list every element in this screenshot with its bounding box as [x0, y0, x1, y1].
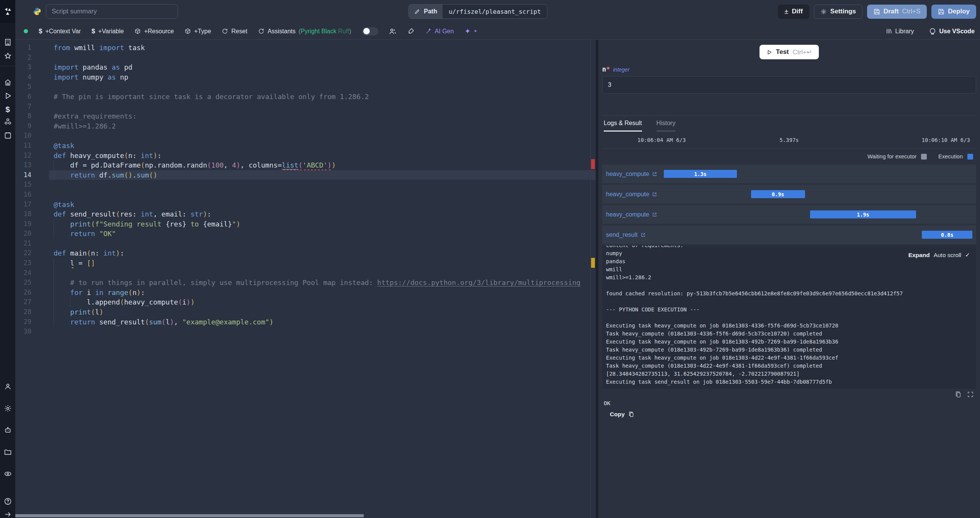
editor-toggle[interactable]	[362, 27, 378, 36]
autoscroll-toggle[interactable]: Auto scroll	[934, 252, 961, 259]
sparkles-icon[interactable]: ✦✦	[464, 27, 477, 36]
code-line[interactable]: 9#wmill>=1.286.2	[15, 121, 596, 131]
code-line[interactable]: 14 return df.sum().sum()	[15, 170, 596, 180]
line-content: print(l)	[49, 307, 596, 317]
code-line[interactable]: 28 print(l)	[15, 307, 596, 317]
line-number: 30	[15, 327, 31, 337]
code-line[interactable]: 11@task	[15, 141, 596, 151]
draft-button[interactable]: DraftCtrl+S	[867, 5, 927, 19]
code-line[interactable]: 20 return "OK"	[15, 229, 596, 239]
copy-result-button[interactable]: Copy	[602, 411, 976, 418]
pane-splitter[interactable]	[596, 40, 598, 518]
add-resource-button[interactable]: +Resource	[134, 28, 174, 35]
code-line[interactable]: 6# The pin is important since task is a …	[15, 92, 596, 102]
ai-gen-button[interactable]: AI Gen	[425, 28, 454, 35]
save-icon	[938, 8, 944, 15]
code-line[interactable]: 18def send_result(res: int, email: str):	[15, 209, 596, 219]
diff-button[interactable]: ±Diff	[778, 5, 809, 19]
help-icon[interactable]	[0, 497, 15, 505]
path-chip[interactable]: Path u/rfiszel/pleasant_script	[408, 4, 547, 19]
code-line[interactable]: 8#extra_requirements:	[15, 111, 596, 121]
code-line[interactable]: 3import pandas as pd	[15, 62, 596, 72]
fullscreen-icon[interactable]	[967, 391, 974, 398]
duration-bar: 0.8s	[922, 231, 972, 239]
code-line[interactable]: 24	[15, 268, 596, 278]
line-content: return df.sum().sum()	[49, 170, 596, 180]
variables-dollar-icon[interactable]: $	[0, 105, 15, 114]
overview-ruler[interactable]	[590, 40, 596, 518]
code-line[interactable]: 16	[15, 190, 596, 200]
home-icon[interactable]	[0, 78, 15, 86]
favorites-star-icon[interactable]	[0, 52, 15, 60]
arg-n-input[interactable]	[602, 76, 976, 94]
black-status: Black	[322, 28, 336, 34]
test-button[interactable]: TestCtrl+↵	[760, 45, 819, 59]
user-icon[interactable]	[0, 383, 15, 391]
logs-text: content of requirements: numpy pandas wm…	[606, 246, 972, 386]
line-content: df = pd.DataFrame(np.random.randn(100, 4…	[49, 160, 596, 170]
line-number: 10	[15, 131, 31, 141]
library-button[interactable]: Library	[886, 28, 914, 35]
test-shortcut: Ctrl+↵	[793, 48, 812, 56]
format-brush-button[interactable]	[407, 28, 415, 35]
code-line[interactable]: 12def heavy_compute(n: int):	[15, 151, 596, 161]
code-line[interactable]: 13 df = pd.DataFrame(np.random.randn(100…	[15, 160, 596, 170]
path-value: u/rfiszel/pleasant_script	[443, 5, 547, 18]
required-asterisk: *	[606, 65, 610, 73]
code-line[interactable]: 26 for i in range(n):	[15, 288, 596, 298]
workspace-icon[interactable]	[0, 38, 15, 46]
add-type-button[interactable]: +Type	[185, 28, 211, 35]
workers-robot-icon[interactable]	[0, 426, 15, 434]
settings-button[interactable]: Settings	[814, 5, 862, 19]
horizontal-scrollbar[interactable]	[15, 514, 364, 517]
task-link[interactable]: heavy_compute	[602, 191, 657, 198]
folders-icon[interactable]	[0, 448, 15, 456]
task-link[interactable]: heavy_compute	[602, 211, 657, 218]
code-line[interactable]: 22def main(n: int):	[15, 248, 596, 258]
code-line[interactable]: 4import numpy as np	[15, 72, 596, 82]
code-editor[interactable]: 1from wmill import task23import pandas a…	[15, 40, 596, 518]
runs-play-icon[interactable]	[0, 92, 15, 100]
logs-expand-button[interactable]: Expand	[908, 252, 930, 259]
code-line[interactable]: 19 print(f"Sending result {res} to {emai…	[15, 219, 596, 229]
code-line[interactable]: 15	[15, 180, 596, 190]
code-line[interactable]: 21	[15, 239, 596, 249]
schedules-calendar-icon[interactable]	[0, 131, 15, 139]
code-line[interactable]: 27 l.append(heavy_compute(i))	[15, 297, 596, 307]
script-summary-input[interactable]	[46, 4, 178, 19]
add-context-var-button[interactable]: $+Context Var	[39, 28, 81, 35]
code-line[interactable]: 7	[15, 102, 596, 112]
code-line[interactable]: 5	[15, 82, 596, 92]
code-line[interactable]: 30	[15, 327, 596, 337]
code-line[interactable]: 10	[15, 131, 596, 141]
windmill-logo[interactable]	[0, 0, 15, 23]
vscode-icon	[929, 28, 936, 35]
multiplayer-button[interactable]	[389, 28, 397, 35]
use-vscode-button[interactable]: Use VScode	[929, 28, 975, 35]
settings-gear-icon[interactable]	[0, 404, 15, 412]
add-variable-button[interactable]: $+Variable	[91, 28, 124, 35]
line-content	[49, 327, 596, 337]
expand-sidebar-arrow-icon[interactable]	[0, 510, 15, 518]
reset-button[interactable]: Reset	[222, 28, 247, 35]
tab-logs-result[interactable]: Logs & Result	[604, 116, 642, 132]
logs-viewer[interactable]: content of requirements: numpy pandas wm…	[602, 246, 976, 389]
code-line[interactable]: 2	[15, 53, 596, 63]
audit-eye-icon[interactable]	[0, 470, 15, 478]
dollar-icon: $	[91, 28, 95, 35]
line-content: return send_result(sum(l), "example@exam…	[49, 317, 596, 327]
code-line[interactable]: 25 # to run things in parallel, simply u…	[15, 278, 596, 288]
task-link[interactable]: heavy_compute	[602, 171, 657, 178]
deploy-button[interactable]: Deploy	[931, 5, 976, 19]
code-line[interactable]: 1from wmill import task	[15, 43, 596, 53]
code-line[interactable]: 17@task	[15, 200, 596, 210]
tab-history[interactable]: History	[657, 116, 676, 132]
resources-icon[interactable]	[0, 118, 15, 126]
play-icon	[766, 49, 772, 55]
wand-icon	[425, 28, 432, 34]
copy-logs-icon[interactable]	[955, 391, 962, 398]
code-line[interactable]: 23 l = []	[15, 258, 596, 268]
code-line[interactable]: 29 return send_result(sum(l), "example@e…	[15, 317, 596, 327]
assistants-button[interactable]: Assistants (Pyright Black Ruff)	[258, 28, 351, 35]
task-link[interactable]: send_result	[602, 231, 646, 238]
